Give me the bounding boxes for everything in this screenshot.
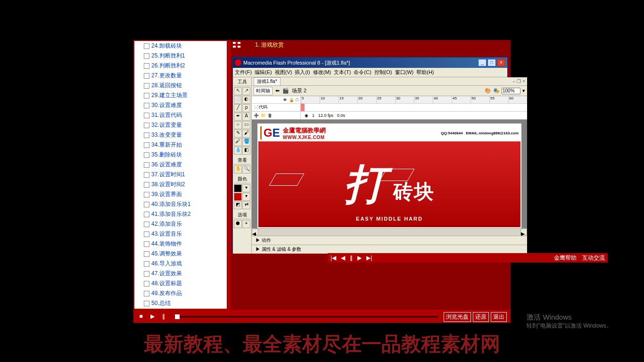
sidebar-item[interactable]: 45.调整效果 [134, 249, 227, 259]
free-transform-tool[interactable]: ⬜ [234, 96, 242, 104]
menu-item[interactable]: 控制(O) [374, 69, 392, 76]
first-button[interactable]: |◀ [330, 255, 336, 261]
sidebar-item[interactable]: 42.添加音乐 [134, 219, 227, 229]
menu-item[interactable]: 帮助(H) [416, 69, 434, 76]
arrow-back-icon[interactable]: ⬅ [275, 88, 280, 94]
line-tool[interactable]: ╱ [234, 104, 242, 112]
exchange-link[interactable]: 互动交流 [582, 254, 605, 262]
pen-tool[interactable]: ✒ [234, 113, 242, 121]
layer-row[interactable]: 📄 代码 [252, 104, 300, 111]
sidebar-item[interactable]: 43.设置音乐 [134, 229, 227, 239]
stroke-color[interactable] [234, 184, 242, 192]
add-layer-icon[interactable]: ➕ [254, 113, 259, 118]
hand-tool[interactable]: ✋ [234, 165, 242, 173]
timeline[interactable]: 👁 🔒 □ 📄 代码 ➕ 📁 🗑 [252, 96, 527, 120]
menu-item[interactable]: 视图(V) [275, 69, 292, 76]
add-folder-icon[interactable]: 📁 [261, 113, 266, 118]
eraser-tool[interactable]: ◧ [242, 147, 250, 155]
ink-tool[interactable]: 🖋 [234, 138, 242, 146]
menu-item[interactable]: 编辑(E) [255, 69, 272, 76]
snap-option[interactable]: ⬢ [234, 220, 242, 228]
sidebar-item[interactable]: 38.设置时间2 [134, 180, 227, 189]
difficulty-options[interactable]: EASY MIDDLE HARD [258, 216, 520, 222]
fill-picker[interactable]: ▾ [242, 193, 250, 201]
sidebar-item[interactable]: 37.设置时间1 [134, 170, 227, 180]
minimize-button[interactable]: _ [478, 59, 487, 66]
help-link[interactable]: 金鹰帮助 [554, 254, 577, 262]
close-button[interactable]: × [497, 59, 505, 66]
last-button[interactable]: ▶| [366, 255, 372, 261]
scene-name[interactable]: 场景 2 [292, 87, 306, 94]
sidebar-item[interactable]: 49.发布作品 [134, 288, 227, 298]
doc-min-button[interactable]: – [513, 79, 516, 84]
sidebar-item[interactable]: 48.设置标题 [134, 279, 227, 288]
sidebar-item[interactable]: 50.总结 [134, 298, 227, 308]
timeline-toggle[interactable]: 时间轴 [254, 87, 272, 95]
sidebar-item[interactable]: 41.添加音乐块2 [134, 209, 227, 219]
fill-color[interactable] [234, 193, 242, 201]
sidebar-item[interactable]: 29.建立主场景 [134, 90, 227, 100]
zoom-input[interactable] [502, 88, 520, 94]
sidebar-item[interactable]: 40.添加音乐块1 [134, 199, 227, 209]
sidebar-item[interactable]: 24.卸载砖块 [134, 41, 227, 51]
text-tool[interactable]: A [242, 113, 250, 121]
sidebar-item[interactable]: 47.设置效果 [134, 269, 227, 279]
menu-item[interactable]: 命令(C) [354, 69, 371, 76]
playhead[interactable] [301, 104, 305, 111]
selection-tool[interactable]: ↖ [234, 87, 242, 95]
sidebar-item[interactable]: 34.重新开始 [134, 140, 227, 150]
maximize-button[interactable]: □ [487, 59, 496, 66]
lasso-tool[interactable]: ρ [242, 104, 250, 112]
sidebar-item[interactable]: 31.设置代码 [134, 110, 227, 120]
menu-item[interactable]: 文件(F) [235, 69, 252, 76]
stop-button[interactable]: ■ [136, 313, 146, 321]
prev-button[interactable]: ◀ [341, 255, 345, 261]
sidebar-item[interactable]: 27.更改数量 [134, 71, 227, 81]
menu-item[interactable]: 修改(M) [313, 69, 331, 76]
eyedropper-tool[interactable]: 💧 [234, 147, 242, 155]
pencil-tool[interactable]: ✎ [234, 130, 242, 138]
sidebar-item[interactable]: 25.判断胜利1 [134, 51, 227, 61]
tool-panel[interactable]: 工具 ↖ ↗ ⬜ ◐ ╱ ρ ✒ A ○ ▭ ✎ 🖌 🖋 [233, 77, 252, 254]
delete-layer-icon[interactable]: 🗑 [268, 113, 272, 118]
subselect-tool[interactable]: ↗ [242, 87, 250, 95]
menu-item[interactable]: 窗口(W) [395, 69, 414, 76]
swap-colors[interactable]: ⇄ [242, 201, 250, 209]
sidebar-item[interactable]: 46.导入游戏 [134, 259, 227, 269]
menu-bar[interactable]: 文件(F)编辑(E)视图(V)插入(I)修改(M)文本(T)命令(C)控制(O)… [233, 68, 507, 77]
sidebar-item[interactable]: 26.判断胜利2 [134, 61, 227, 71]
properties-panel[interactable]: ▶ 属性 & 滤镜 & 参数 [252, 245, 527, 254]
lock-icon[interactable]: 🔒 [289, 98, 294, 102]
smooth-option[interactable]: + [242, 220, 250, 228]
bucket-tool[interactable]: 🪣 [242, 138, 250, 146]
menu-item[interactable]: 文本(T) [334, 69, 351, 76]
scroll-right-button[interactable]: ▸ [520, 229, 527, 235]
outline-icon[interactable]: □ [296, 98, 298, 102]
next-button[interactable]: ▶ [357, 255, 362, 261]
rect-tool[interactable]: ▭ [242, 121, 250, 129]
pause-button[interactable]: ‖ [350, 255, 353, 261]
onion-skin-icon[interactable]: ◉ [305, 113, 308, 118]
menu-item[interactable]: 插入(I) [295, 69, 310, 76]
restore-button[interactable]: 还原 [473, 312, 489, 322]
doc-restore-button[interactable]: ❐ [517, 79, 521, 84]
stage-canvas[interactable]: GE 金鷹電腦教學網 WWW.XJKE.COM QQ:5440644 EMAIL… [252, 120, 527, 228]
sidebar-item[interactable]: 32.设置变量 [134, 120, 227, 130]
sidebar-item[interactable]: 44.装饰物件 [134, 239, 227, 249]
exit-button[interactable]: 退出 [491, 312, 507, 322]
window-titlebar[interactable]: Macromedia Flash Professional 8 - [游戏1.f… [233, 58, 507, 68]
slider-handle[interactable] [175, 314, 180, 319]
sidebar-item[interactable]: 28.返回按钮 [134, 81, 227, 90]
doc-close-button[interactable]: × [522, 79, 525, 84]
pause2-button[interactable]: ‖ [159, 313, 168, 321]
zoom-tool[interactable]: 🔍 [242, 165, 250, 173]
sidebar-item[interactable]: 30.设置难度 [134, 100, 227, 110]
stroke-picker[interactable]: ▾ [242, 184, 250, 192]
oval-tool[interactable]: ○ [234, 121, 242, 129]
zoom-dropdown-icon[interactable]: ▾ [522, 88, 525, 94]
sidebar-item[interactable]: 35.删除砖块 [134, 150, 227, 160]
gradient-tool[interactable]: ◐ [242, 96, 250, 104]
sidebar-item[interactable]: 36.设置难度 [134, 160, 227, 170]
edit-symbols-icon[interactable]: 🎭 [493, 88, 500, 94]
frame-track[interactable] [301, 104, 527, 111]
